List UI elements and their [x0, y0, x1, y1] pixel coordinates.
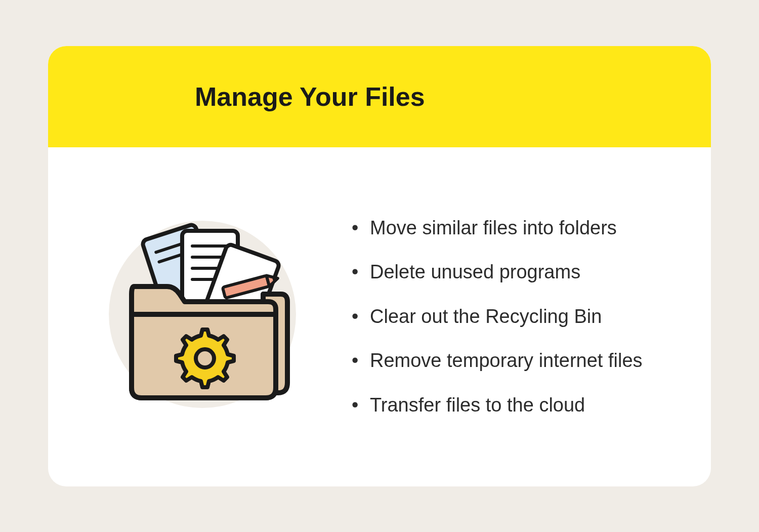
card-body: Move similar files into folders Delete u…	[48, 147, 711, 486]
info-card: Manage Your Files	[48, 46, 711, 486]
folder-gear-documents-icon	[106, 221, 299, 413]
list-item: Transfer files to the cloud	[352, 393, 643, 418]
card-header: Manage Your Files	[48, 46, 711, 147]
svg-point-12	[196, 349, 214, 367]
card-title: Manage Your Files	[195, 81, 425, 112]
list-item: Move similar files into folders	[352, 216, 643, 240]
illustration	[91, 206, 314, 428]
list-item: Delete unused programs	[352, 260, 643, 284]
tips-list: Move similar files into folders Delete u…	[352, 216, 643, 418]
list-item: Remove temporary internet files	[352, 348, 643, 373]
list-item: Clear out the Recycling Bin	[352, 304, 643, 329]
